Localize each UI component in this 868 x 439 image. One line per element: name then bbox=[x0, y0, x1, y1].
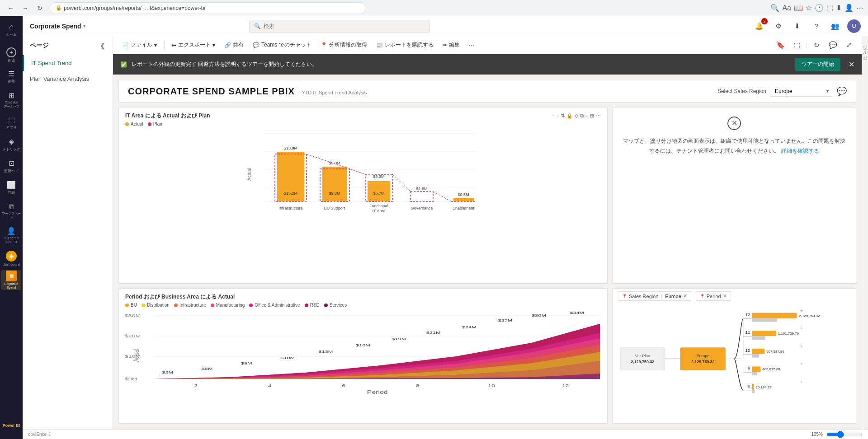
sidebar-item-plan-variance[interactable]: Plan Variance Analysis bbox=[23, 71, 113, 87]
bookmark-toolbar-icon[interactable]: 🔖 bbox=[774, 38, 788, 52]
teams-label: Teams でのチャット bbox=[261, 41, 311, 49]
nav-corporate-spend[interactable]: ▦ CorporateSpend bbox=[1, 270, 21, 290]
sort-up-icon[interactable]: ↑ bbox=[552, 113, 555, 119]
nav-detail[interactable]: ⬜ 詳細 bbox=[1, 178, 21, 198]
region-dropdown[interactable]: Europe North America Asia Pacific bbox=[770, 86, 833, 97]
region-select-wrapper[interactable]: Europe North America Asia Pacific bbox=[770, 86, 833, 97]
bar-enablement-actual-label: $0.5M bbox=[458, 192, 469, 197]
export-button[interactable]: ↦ エクスポート ▾ bbox=[168, 39, 219, 51]
europe-node[interactable] bbox=[680, 348, 725, 370]
teams-button[interactable]: 💬 Teams でのチャット bbox=[249, 39, 315, 51]
europe-label: Europe bbox=[696, 354, 709, 358]
nav-myworkspace[interactable]: 👤 マイワークスペース bbox=[1, 224, 21, 247]
corporate-spend-icon: ▦ bbox=[6, 271, 17, 281]
bar-enablement[interactable] bbox=[453, 198, 474, 201]
legend-manufacturing: Manufacturing bbox=[211, 303, 245, 308]
title-chevron: ▾ bbox=[83, 23, 85, 28]
subscribe-button[interactable]: 📰 レポートを購読する bbox=[373, 39, 437, 51]
bar-bu-support[interactable] bbox=[322, 167, 347, 201]
filter-region-remove[interactable]: ✕ bbox=[683, 293, 687, 299]
bar-8-actual[interactable] bbox=[752, 384, 754, 390]
url-bar[interactable]: 🔒 powerbi.com/groups/me/reports/ ... t&e… bbox=[50, 2, 366, 14]
bar-9-actual[interactable] bbox=[752, 366, 761, 372]
legend-plan-label: Plan bbox=[153, 121, 162, 126]
data-label-21m: $21M bbox=[426, 330, 441, 334]
toolbar-right: 🔖 ⬚ | ↻ 💬 ⤢ bbox=[774, 38, 856, 52]
nav-monitor[interactable]: ⊡ 監視ハブ bbox=[1, 156, 21, 176]
settings-button[interactable]: ⚙ bbox=[771, 19, 786, 33]
sort-az-icon[interactable]: ⇅ bbox=[561, 113, 565, 119]
view-toggle[interactable]: ⬚ bbox=[790, 38, 804, 52]
bar-10-plus[interactable]: + bbox=[800, 344, 803, 349]
bar-11-plus[interactable]: + bbox=[800, 326, 803, 331]
footer-right: 105% bbox=[811, 431, 863, 438]
share-toolbar-button[interactable]: 🔗 共有 bbox=[221, 39, 247, 51]
sidebar-item-it-spend-label: IT Spend Trend bbox=[31, 60, 71, 66]
sidebar-item-it-spend[interactable]: IT Spend Trend bbox=[23, 55, 113, 71]
help-button[interactable]: ? bbox=[809, 19, 824, 33]
browse-icon: ☰ bbox=[8, 70, 14, 78]
nav-browse[interactable]: ☰ 参照 bbox=[1, 67, 21, 87]
map-area: ✕ マップと、塗り分け地図の画面表示は、組織で使用可能となっていません。この問題… bbox=[613, 107, 856, 165]
filter-period-remove[interactable]: ✕ bbox=[723, 293, 727, 299]
notification-text: レポートの外観の更新完了 回避方法を説明するツアーを開始してください。 bbox=[132, 61, 317, 68]
comment-toolbar-icon[interactable]: 💬 bbox=[826, 38, 840, 52]
bar-bu-x-label: BU Support bbox=[324, 206, 345, 210]
notification-bell[interactable]: 🔔 2 bbox=[752, 19, 767, 33]
search-input[interactable] bbox=[264, 23, 354, 29]
notification-banner: ✅ レポートの外観の更新完了 回避方法を説明するツアーを開始してください。 ツア… bbox=[113, 54, 862, 75]
back-button[interactable]: ← bbox=[5, 2, 17, 14]
varplan-node[interactable] bbox=[620, 348, 665, 370]
edit-button[interactable]: ✏ 編集 bbox=[439, 39, 463, 51]
filter-icon[interactable]: ≡ bbox=[585, 113, 588, 119]
forward-button[interactable]: → bbox=[19, 2, 32, 14]
user-avatar[interactable]: U bbox=[847, 19, 861, 33]
browser-ext: ⬚ bbox=[826, 4, 833, 12]
export-label: エクスポート bbox=[178, 41, 211, 49]
nav-create[interactable]: + 作成 bbox=[1, 45, 21, 65]
edit-icon: ✏ bbox=[443, 42, 447, 48]
download-button[interactable]: ⬇ bbox=[790, 19, 805, 33]
nav-workspace[interactable]: ⧉ ワークスペース bbox=[1, 200, 21, 222]
nav-metrics[interactable]: ◈ メトリック bbox=[1, 135, 21, 154]
sort-down-icon[interactable]: ↓ bbox=[556, 113, 559, 119]
fullscreen-icon[interactable]: ⤢ bbox=[842, 38, 856, 52]
copy-icon[interactable]: ⧉ bbox=[580, 113, 584, 119]
bar-bu-actual-label: $9.8M bbox=[329, 191, 340, 196]
nav-monitor-label: 監視ハブ bbox=[4, 168, 19, 173]
collapse-button[interactable]: ❮ bbox=[100, 42, 105, 49]
tour-button[interactable]: ツアーの開始 bbox=[795, 58, 840, 71]
x-label-10: 10 bbox=[488, 383, 495, 388]
bar-9-plus[interactable]: + bbox=[800, 361, 803, 366]
home-icon: ⌂ bbox=[9, 23, 14, 31]
insights-button[interactable]: 📍 分析情報の取得 bbox=[317, 39, 371, 51]
plan-connector-3 bbox=[392, 174, 410, 191]
bar-governance-plan bbox=[410, 191, 433, 201]
close-banner-button[interactable]: ✕ bbox=[849, 60, 854, 69]
nav-onelake[interactable]: ⊞ OneLakeデータハブ bbox=[1, 89, 21, 111]
map-error-link[interactable]: 詳細を確認する bbox=[781, 148, 819, 154]
zoom-slider[interactable] bbox=[826, 431, 863, 438]
share-button[interactable]: 👥 bbox=[828, 19, 843, 33]
bar-12-plus[interactable]: + bbox=[800, 308, 803, 313]
bar-enablement-x-label: Enablement bbox=[453, 206, 475, 210]
nav-corporate-spend-label: CorporateSpend bbox=[4, 282, 18, 290]
nav-dashboard[interactable]: ◉ dashboard bbox=[1, 248, 21, 268]
nav-apps[interactable]: ⬚ アプリ bbox=[1, 113, 21, 133]
file-button[interactable]: 📄 ファイル ▾ bbox=[118, 39, 160, 51]
bar-10-actual[interactable] bbox=[752, 349, 765, 354]
expand-icon[interactable]: ⊞ bbox=[590, 113, 594, 119]
bar-8-plus[interactable]: + bbox=[800, 379, 803, 384]
nav-workspace-label: ワークスペース bbox=[1, 212, 21, 220]
more-toolbar-button[interactable]: ⋯ bbox=[465, 39, 478, 51]
search-box[interactable]: 🔍 bbox=[249, 20, 430, 33]
bar-12-actual[interactable] bbox=[752, 313, 797, 318]
more-chart-icon[interactable]: ⋯ bbox=[596, 113, 601, 119]
bar-11-actual[interactable] bbox=[752, 331, 776, 336]
bar-chart-header: IT Area による Actual および Plan ↑ ↓ ⇅ 🔒 ◇ ⧉ bbox=[119, 107, 607, 121]
comment-icon[interactable]: 💬 bbox=[837, 86, 847, 96]
refresh-button[interactable]: ↻ bbox=[33, 2, 46, 14]
refresh-icon[interactable]: ↻ bbox=[809, 38, 824, 52]
nav-home[interactable]: ⌂ ホーム bbox=[1, 20, 21, 40]
footer: obviEnce © 105% bbox=[23, 429, 868, 439]
